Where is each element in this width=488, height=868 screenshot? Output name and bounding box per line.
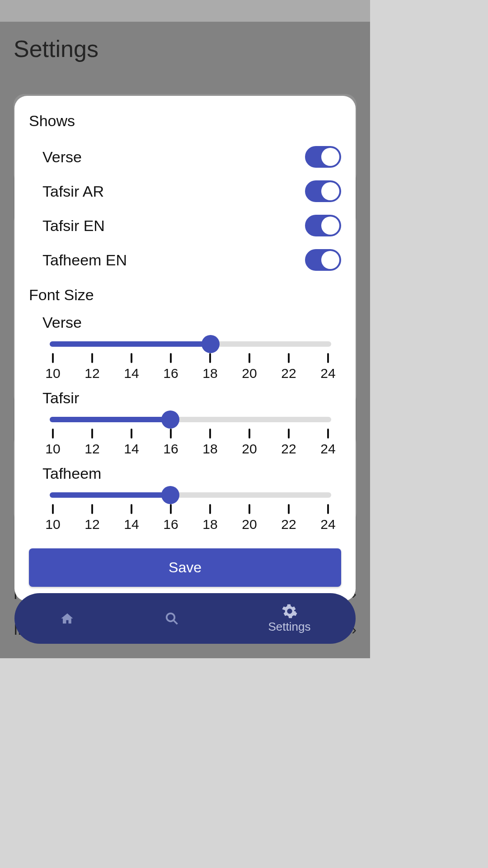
tick-number: 22 [281, 441, 296, 457]
toggle-label: Verse [42, 148, 82, 166]
bottom-nav: Settings [14, 593, 356, 644]
tick-mark [91, 504, 93, 514]
tick-number: 18 [202, 441, 217, 457]
tick-18: 18 [203, 504, 217, 532]
tick-mark [327, 353, 329, 363]
toggle-tafsir-en[interactable] [305, 215, 341, 236]
slider-ticks: 1012141618202224 [44, 429, 337, 457]
slider-fill [50, 341, 211, 347]
toggle-row-tafsir-ar: Tafsir AR [29, 174, 341, 208]
tick-number: 24 [320, 441, 335, 457]
slider-thumb[interactable] [202, 335, 220, 353]
tick-number: 22 [281, 517, 296, 532]
tick-number: 10 [45, 366, 60, 381]
slider-label-tafheem: Tafheem [42, 465, 341, 482]
gear-icon [282, 604, 297, 619]
tick-24: 24 [321, 429, 335, 457]
display-settings-modal: Shows VerseTafsir ARTafsir ENTafheem EN … [14, 96, 356, 601]
tick-mark [209, 504, 211, 514]
tick-16: 16 [164, 504, 178, 532]
tick-mark [249, 429, 250, 439]
tick-18: 18 [203, 429, 217, 457]
tick-mark [209, 353, 211, 363]
tick-20: 20 [243, 429, 256, 457]
tick-number: 16 [163, 441, 178, 457]
tick-14: 14 [125, 504, 138, 532]
slider-fill [50, 417, 170, 422]
toggle-verse[interactable] [305, 146, 341, 168]
toggle-label: Tafsir AR [42, 183, 104, 200]
toggle-row-tafheem-en: Tafheem EN [29, 243, 341, 277]
slider-thumb[interactable] [161, 486, 179, 504]
slider-tafheem[interactable] [44, 486, 337, 504]
tick-number: 12 [84, 441, 99, 457]
tick-mark [52, 429, 54, 439]
tick-number: 10 [45, 517, 60, 532]
tick-mark [131, 353, 132, 363]
tick-mark [249, 353, 250, 363]
tick-mark [327, 429, 329, 439]
toggle-label: Tafsir EN [42, 217, 105, 235]
tick-number: 20 [242, 517, 257, 532]
tick-12: 12 [85, 353, 99, 381]
home-icon [60, 612, 75, 625]
slider-wrap-verse: 1012141618202224 [29, 335, 341, 381]
tick-10: 10 [46, 504, 60, 532]
tick-22: 22 [282, 429, 296, 457]
tick-20: 20 [243, 504, 256, 532]
slider-tafsir[interactable] [44, 410, 337, 429]
tick-22: 22 [282, 504, 296, 532]
save-button[interactable]: Save [29, 548, 341, 587]
tick-20: 20 [243, 353, 256, 381]
slider-ticks: 1012141618202224 [44, 353, 337, 381]
tick-mark [288, 504, 290, 514]
tick-12: 12 [85, 504, 99, 532]
slider-wrap-tafsir: 1012141618202224 [29, 410, 341, 457]
svg-line-1 [173, 620, 177, 624]
tick-16: 16 [164, 429, 178, 457]
tick-number: 24 [320, 517, 335, 532]
svg-point-0 [166, 613, 174, 622]
tick-24: 24 [321, 504, 335, 532]
tick-number: 22 [281, 366, 296, 381]
tick-16: 16 [164, 353, 178, 381]
tick-number: 14 [124, 517, 139, 532]
slider-label-tafsir: Tafsir [42, 389, 341, 407]
tick-number: 14 [124, 441, 139, 457]
tick-mark [327, 504, 329, 514]
font-size-section-title: Font Size [29, 286, 341, 304]
toggle-row-tafsir-en: Tafsir EN [29, 208, 341, 243]
slider-verse[interactable] [44, 335, 337, 353]
nav-home[interactable] [60, 612, 75, 625]
nav-search[interactable] [165, 612, 178, 625]
tick-mark [91, 429, 93, 439]
nav-settings-label: Settings [268, 620, 311, 634]
toggle-tafheem-en[interactable] [305, 249, 341, 271]
slider-ticks: 1012141618202224 [44, 504, 337, 532]
tick-number: 18 [202, 517, 217, 532]
tick-mark [170, 429, 172, 439]
tick-10: 10 [46, 429, 60, 457]
slider-wrap-tafheem: 1012141618202224 [29, 486, 341, 532]
tick-12: 12 [85, 429, 99, 457]
tick-number: 18 [202, 366, 217, 381]
tick-mark [52, 353, 54, 363]
tick-number: 20 [242, 441, 257, 457]
search-icon [165, 612, 178, 625]
nav-settings[interactable]: Settings [268, 604, 311, 634]
tick-22: 22 [282, 353, 296, 381]
slider-thumb[interactable] [161, 410, 179, 429]
tick-mark [170, 504, 172, 514]
tick-number: 14 [124, 366, 139, 381]
tick-mark [91, 353, 93, 363]
tick-number: 20 [242, 366, 257, 381]
tick-mark [52, 504, 54, 514]
tick-14: 14 [125, 353, 138, 381]
tick-mark [131, 429, 132, 439]
toggle-tafsir-ar[interactable] [305, 180, 341, 202]
toggle-label: Tafheem EN [42, 251, 127, 269]
tick-number: 24 [320, 366, 335, 381]
tick-number: 12 [84, 517, 99, 532]
tick-number: 16 [163, 366, 178, 381]
tick-number: 10 [45, 441, 60, 457]
